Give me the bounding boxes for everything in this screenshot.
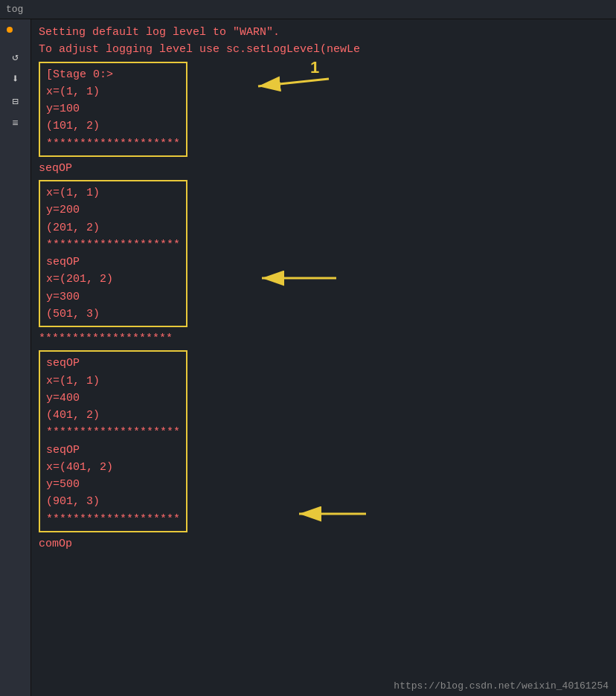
footer-comop: comOp: [39, 535, 609, 552]
block2-line-5: seqOP: [46, 254, 180, 271]
block3-line-3: y=400: [46, 390, 180, 407]
block1-line-4: (101, 2): [46, 117, 180, 135]
block3-container: seqOP x=(1, 1) y=400 (401, 2) **********…: [39, 347, 187, 535]
download-icon: ⬇: [12, 71, 19, 86]
bottom-url: https://blog.csdn.net/weixin_40161254: [394, 680, 609, 692]
block1-line-3: y=100: [46, 100, 180, 117]
sidebar-refresh-btn[interactable]: ↺: [5, 48, 26, 65]
block2-line-7: y=300: [46, 289, 180, 306]
block2-line-2: y=200: [46, 202, 180, 219]
header-line-1: Setting default log level to "WARN".: [39, 24, 609, 41]
refresh-icon: ↺: [12, 51, 18, 63]
minus-icon: ⊟: [12, 95, 18, 108]
block2-line-3: (201, 2): [46, 219, 180, 236]
menu-icon: ≡: [12, 117, 18, 129]
block3-box: seqOP x=(1, 1) y=400 (401, 2) **********…: [39, 350, 187, 532]
block3-line-4: (401, 2): [46, 407, 180, 424]
block2-line-8: (501, 3): [46, 306, 180, 323]
block1-container: [Stage 0:> x=(1, 1) y=100 (101, 2) *****…: [39, 59, 187, 160]
block3-line-2: x=(1, 1): [46, 373, 180, 390]
between2-stars: ********************: [39, 330, 609, 347]
sidebar-minus-btn[interactable]: ⊟: [5, 92, 26, 110]
block2-line-1: x=(1, 1): [46, 184, 180, 202]
sidebar-download-btn[interactable]: ⬇: [5, 70, 26, 88]
main-content: Setting default log level to "WARN". To …: [31, 19, 616, 696]
header-line-2: To adjust logging level use sc.setLogLev…: [39, 41, 609, 58]
block3-line-8: y=500: [46, 476, 180, 493]
block3-line-7: x=(401, 2): [46, 459, 180, 476]
sidebar-menu-btn[interactable]: ≡: [5, 115, 26, 132]
block2-container: x=(1, 1) y=200 (201, 2) ****************…: [39, 177, 187, 330]
top-bar: tog: [0, 0, 616, 19]
block3-line-9: (901, 3): [46, 493, 180, 510]
top-bar-text: tog: [6, 4, 23, 15]
block3-line-5: ********************: [46, 424, 180, 441]
block2-line-6: x=(201, 2): [46, 271, 180, 288]
block3-line-1: seqOP: [46, 355, 180, 372]
block3-line-6: seqOP: [46, 442, 180, 459]
block1-line-1: [Stage 0:>: [46, 66, 180, 83]
block2-line-4: ********************: [46, 236, 180, 254]
sidebar: ↺ ⬇ ⊟ ≡: [0, 19, 31, 696]
sidebar-dot-btn[interactable]: [5, 25, 26, 43]
active-dot: [7, 27, 13, 33]
block1-line-5: ********************: [46, 135, 180, 152]
block3-line-10: ********************: [46, 511, 180, 528]
between1-seqop: seqOP: [39, 160, 609, 177]
block1-box: [Stage 0:> x=(1, 1) y=100 (101, 2) *****…: [39, 62, 187, 157]
block1-line-2: x=(1, 1): [46, 83, 180, 100]
block2-box: x=(1, 1) y=200 (201, 2) ****************…: [39, 180, 187, 327]
